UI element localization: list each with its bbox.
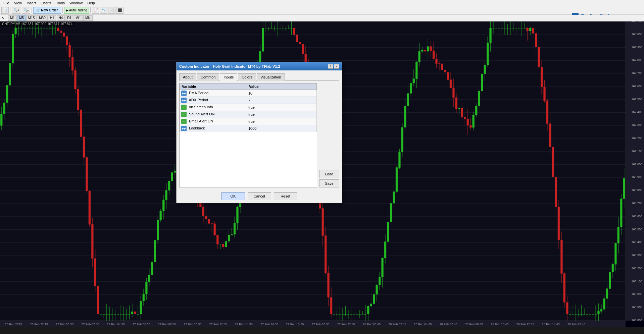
svg-rect-180	[216, 235, 218, 244]
value-cell[interactable]: true	[247, 104, 317, 111]
ok-button[interactable]: OK	[221, 192, 245, 200]
price-label: 166.900	[631, 175, 643, 179]
dialog-content: About Common Inputs Colors Visualization…	[177, 70, 342, 190]
svg-rect-298	[384, 242, 386, 258]
svg-rect-414	[549, 123, 551, 147]
price-label: 167.400	[631, 110, 643, 114]
svg-rect-258	[328, 273, 330, 297]
time-label: 27 Feb 14:30	[230, 323, 257, 326]
menu-insert[interactable]: Insert	[24, 1, 38, 5]
table-row[interactable]: ≈ Sound Alert ON true	[180, 111, 317, 118]
autotrading-icon: ▶	[66, 8, 68, 12]
menu-view[interactable]: View	[12, 1, 24, 5]
svg-rect-278	[356, 314, 358, 315]
timeframe-bar: ↖ M1 M5 M15 M30 H1 H4 D1 W1 MN	[0, 15, 644, 21]
time-label: 28 Feb 14:45	[537, 323, 564, 326]
svg-rect-292	[376, 285, 378, 294]
time-label: 27 Feb 20:30	[307, 323, 334, 326]
value-cell[interactable]: true	[247, 111, 317, 118]
menu-window[interactable]: Window	[67, 1, 85, 5]
toolbar-btn-4[interactable]: ⬛	[116, 7, 123, 14]
time-label: 28 Feb 16:45	[563, 323, 590, 326]
toolbar-btn-2[interactable]: 📉	[100, 7, 107, 14]
price-label: 167.900	[631, 46, 643, 49]
tf-m1[interactable]: M1	[8, 15, 17, 21]
svg-rect-140	[160, 211, 162, 220]
table-row[interactable]: ▶▶ EMA Period 10	[180, 90, 317, 97]
value-cell[interactable]: 7	[247, 97, 317, 104]
svg-rect-138	[157, 220, 159, 240]
svg-rect-150	[174, 171, 176, 172]
tf-m5[interactable]: M5	[17, 15, 26, 21]
price-label: 167.500	[631, 98, 643, 101]
menu-help[interactable]: Help	[85, 1, 97, 5]
tf-h1[interactable]: H1	[48, 15, 56, 21]
svg-rect-438	[583, 314, 585, 315]
toolbar-new-chart-btn[interactable]: 📊	[1, 7, 9, 14]
variable-cell: ▶▶ Lookback	[180, 125, 247, 132]
svg-rect-344	[450, 80, 452, 88]
toolbar-zoom-out-btn[interactable]: 🔍-	[22, 7, 30, 14]
tf-mn[interactable]: MN	[83, 15, 93, 21]
svg-rect-302	[390, 203, 392, 222]
load-button[interactable]: Load	[319, 170, 339, 178]
toolbar-btn-1[interactable]: 📈	[92, 7, 99, 14]
reset-button[interactable]: Reset	[274, 192, 297, 200]
dialog-help-button[interactable]: ?	[328, 64, 333, 69]
time-label: 27 Feb 16:30	[256, 323, 283, 326]
svg-rect-80	[75, 70, 77, 89]
svg-rect-460	[614, 243, 616, 264]
svg-rect-394	[521, 28, 523, 28]
dialog-close-button[interactable]: ×	[334, 64, 339, 69]
svg-rect-76	[69, 45, 71, 57]
price-label: 166.100	[631, 280, 643, 283]
value-cell[interactable]: 1000	[247, 125, 317, 132]
tf-d1[interactable]: D1	[65, 15, 73, 21]
variable-name: EMA Period	[189, 91, 208, 95]
time-label: 27 Feb 10:30	[179, 323, 206, 326]
price-axis: 168.100168.000167.900167.800167.700167.6…	[626, 21, 644, 321]
svg-rect-56	[40, 28, 42, 28]
svg-rect-144	[165, 190, 167, 200]
tab-colors[interactable]: Colors	[238, 73, 256, 81]
svg-rect-102	[106, 314, 108, 315]
table-row[interactable]: ▶▶ ADX Period 7	[180, 97, 317, 104]
autotrading-button[interactable]: ▶ AutoTrading	[64, 7, 89, 14]
price-label: 166.200	[631, 267, 643, 270]
menu-file[interactable]: File	[1, 1, 11, 5]
tab-about[interactable]: About	[179, 73, 196, 81]
save-button[interactable]: Save	[319, 179, 339, 187]
svg-rect-416	[552, 147, 554, 177]
tab-common[interactable]: Common	[197, 73, 219, 81]
table-row[interactable]: ≈ Email Alert ON true	[180, 118, 317, 125]
dialog-titlebar: Custom Indicator - Holy Grail Indicator …	[177, 62, 342, 70]
value-cell[interactable]: 10	[247, 90, 317, 97]
tf-w1[interactable]: W1	[74, 15, 83, 21]
tab-inputs[interactable]: Inputs	[220, 73, 237, 81]
menu-charts[interactable]: Charts	[39, 1, 53, 5]
cancel-button[interactable]: Cancel	[248, 192, 271, 200]
table-row[interactable]: ≈ on Screen Info true	[180, 104, 317, 111]
value-cell[interactable]: true	[247, 118, 317, 125]
table-row[interactable]: ▶▶ Lookback 1000	[180, 125, 317, 132]
toolbar-zoom-in-btn[interactable]: 🔍+	[12, 7, 21, 14]
new-order-button[interactable]: 🛒 New Order	[33, 7, 61, 14]
menu-tools[interactable]: Tools	[54, 1, 67, 5]
tf-m30[interactable]: M30	[37, 15, 47, 21]
svg-rect-188	[228, 235, 230, 241]
tf-h4[interactable]: H4	[57, 15, 65, 21]
svg-rect-362	[475, 106, 477, 115]
svg-rect-72	[63, 33, 65, 36]
svg-rect-466	[623, 178, 625, 199]
price-label: 165.800	[631, 319, 643, 322]
tf-m15[interactable]: M15	[26, 15, 37, 21]
svg-rect-382	[504, 28, 506, 28]
svg-rect-266	[339, 314, 341, 315]
toolbar-btn-3[interactable]: ⬜	[108, 7, 115, 14]
svg-rect-52	[35, 28, 37, 28]
svg-rect-270	[344, 314, 346, 315]
svg-rect-240	[302, 44, 304, 54]
variable-cell: ▶▶ EMA Period	[180, 90, 247, 97]
svg-rect-48	[29, 28, 31, 28]
tab-visualization[interactable]: Visualization	[257, 73, 285, 81]
